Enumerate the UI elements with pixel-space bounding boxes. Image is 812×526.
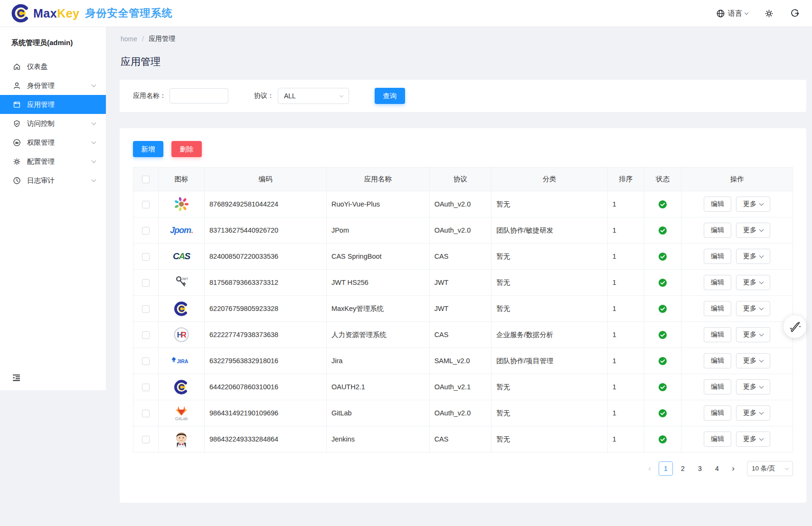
table-row: 622076759805923328MaxKey管理系统JWT暂无1编辑更多 xyxy=(133,296,793,322)
brand-key: Key xyxy=(57,7,79,20)
delete-button[interactable]: 删除 xyxy=(171,141,202,157)
row-checkbox[interactable] xyxy=(142,279,150,287)
edit-button[interactable]: 编辑 xyxy=(704,327,731,342)
edit-button[interactable]: 编辑 xyxy=(704,353,731,368)
edit-button[interactable]: 编辑 xyxy=(704,379,731,394)
theme-wand-button[interactable] xyxy=(784,315,806,338)
sidebar-item-3[interactable]: 访问控制 xyxy=(0,114,106,133)
app-protocol: CAS xyxy=(429,322,491,348)
app-protocol: OAuth_v2.0 xyxy=(429,400,491,426)
more-button[interactable]: 更多 xyxy=(736,275,770,290)
more-button[interactable]: 更多 xyxy=(736,197,770,212)
row-checkbox[interactable] xyxy=(142,436,150,443)
sidebar-item-2[interactable]: 应用管理 xyxy=(0,95,106,114)
page-button-1[interactable]: 1 xyxy=(659,461,673,476)
page-button-3[interactable]: 3 xyxy=(693,461,707,476)
row-checkbox[interactable] xyxy=(142,384,150,391)
column-header: 排序 xyxy=(607,168,644,191)
app-code: 824008507220033536 xyxy=(205,244,327,270)
search-button[interactable]: 查询 xyxy=(375,88,405,104)
edit-button[interactable]: 编辑 xyxy=(704,197,731,212)
edit-button[interactable]: 编辑 xyxy=(704,405,731,421)
page-size-select[interactable]: 10 条/页 xyxy=(747,461,793,476)
more-button[interactable]: 更多 xyxy=(736,249,770,264)
more-button[interactable]: 更多 xyxy=(736,223,770,238)
app-sort: 1 xyxy=(607,426,644,452)
sidebar-item-1[interactable]: 身份管理 xyxy=(0,76,106,95)
gear-icon xyxy=(764,9,774,19)
logout-button[interactable] xyxy=(790,9,800,18)
svg-text:JIRA: JIRA xyxy=(177,358,188,364)
select-all-checkbox[interactable] xyxy=(142,176,150,183)
table-row: 644220607860310016OAUTH2.1OAuth_v2.1暂无1编… xyxy=(133,374,793,400)
app-icon-ruoyi xyxy=(159,196,204,213)
row-checkbox[interactable] xyxy=(142,410,150,417)
row-checkbox[interactable] xyxy=(142,331,150,339)
language-label: 语言 xyxy=(728,9,742,18)
row-checkbox[interactable] xyxy=(142,253,150,261)
app-icon-hr: HR xyxy=(159,326,204,343)
more-button[interactable]: 更多 xyxy=(736,405,770,421)
more-button[interactable]: 更多 xyxy=(736,432,770,447)
row-checkbox[interactable] xyxy=(142,201,150,208)
sidebar-item-0[interactable]: 仪表盘 xyxy=(0,57,106,76)
app-category: 暂无 xyxy=(491,296,607,322)
breadcrumb-separator: / xyxy=(142,35,144,43)
brand: MaxKey 身份安全管理系统 xyxy=(10,3,173,23)
chevron-down-icon xyxy=(92,121,96,125)
status-enabled-icon xyxy=(658,200,667,207)
app-name-input[interactable] xyxy=(170,88,228,103)
row-checkbox[interactable] xyxy=(142,357,150,365)
chevron-down-icon xyxy=(759,306,764,310)
row-checkbox[interactable] xyxy=(142,305,150,313)
filter-bar: 应用名称： 协议： ALL 查询 xyxy=(120,80,806,112)
app-code: 837136275440926720 xyxy=(205,217,327,244)
table-row: GitLab986431492190109696GitLabOAuth_v2.0… xyxy=(133,400,793,426)
sidebar-item-5[interactable]: 配置管理 xyxy=(0,152,106,171)
app-protocol: SAML_v2.0 xyxy=(429,348,491,374)
column-header: 分类 xyxy=(491,168,607,191)
add-button[interactable]: 新增 xyxy=(133,141,163,157)
chevron-down-icon xyxy=(92,159,96,163)
dashboard-icon xyxy=(12,62,21,71)
sidebar-item-4[interactable]: 权限管理 xyxy=(0,133,106,152)
app-category: 暂无 xyxy=(491,270,607,296)
settings-button[interactable] xyxy=(764,9,774,19)
edit-button[interactable]: 编辑 xyxy=(704,223,731,238)
more-label: 更多 xyxy=(743,330,756,339)
app-name: MaxKey管理系统 xyxy=(326,296,429,322)
column-header: 编码 xyxy=(205,168,327,191)
app-name: Jenkins xyxy=(326,426,429,452)
edit-button[interactable]: 编辑 xyxy=(704,301,731,316)
edit-button[interactable]: 编辑 xyxy=(704,275,731,290)
more-button[interactable]: 更多 xyxy=(736,353,770,368)
edit-button[interactable]: 编辑 xyxy=(704,249,731,264)
edit-button[interactable]: 编辑 xyxy=(704,432,731,447)
globe-icon xyxy=(716,9,725,18)
status-enabled-icon xyxy=(658,409,667,416)
chevron-down-icon xyxy=(759,358,764,363)
breadcrumb-home[interactable]: home xyxy=(121,35,137,43)
more-button[interactable]: 更多 xyxy=(736,301,770,316)
collapse-sidebar-button[interactable] xyxy=(11,373,21,383)
more-button[interactable]: 更多 xyxy=(736,379,770,394)
app-protocol: JWT xyxy=(429,270,491,296)
page-button-2[interactable]: 2 xyxy=(676,461,690,476)
more-button[interactable]: 更多 xyxy=(736,327,770,342)
row-checkbox[interactable] xyxy=(142,227,150,235)
language-menu[interactable]: 语言 xyxy=(716,9,748,18)
app-code: 622076759805923328 xyxy=(205,296,327,322)
column-header: 操作 xyxy=(681,168,793,191)
next-page-button[interactable]: › xyxy=(727,461,739,476)
chevron-down-icon xyxy=(759,280,764,284)
protocol-select[interactable]: ALL xyxy=(278,88,349,104)
app-icon-maxkey xyxy=(159,301,204,317)
table-row: 986432249333284864JenkinsCAS暂无1编辑更多 xyxy=(133,426,793,452)
sidebar-item-6[interactable]: 日志审计 xyxy=(0,171,106,190)
prev-page-button[interactable]: ‹ xyxy=(643,461,656,476)
column-header: 应用名称 xyxy=(326,168,429,191)
more-label: 更多 xyxy=(743,200,756,208)
breadcrumb-current: 应用管理 xyxy=(149,35,175,43)
sidebar-item-label: 权限管理 xyxy=(27,138,92,147)
page-button-4[interactable]: 4 xyxy=(710,461,724,476)
